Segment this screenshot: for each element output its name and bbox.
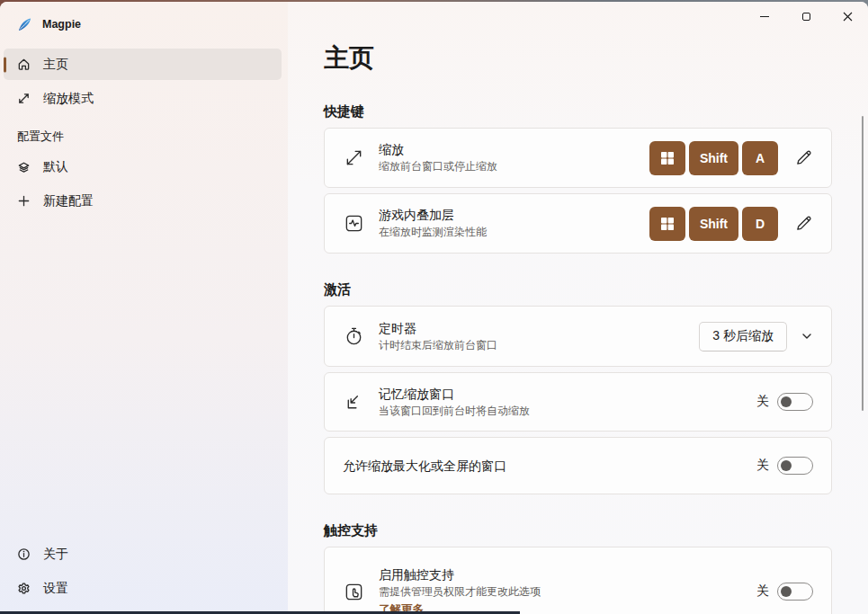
setting-subtitle: 当该窗口回到前台时将自动缩放 <box>379 404 756 419</box>
layers-icon <box>16 160 31 174</box>
sidebar-item-label: 关于 <box>43 547 68 563</box>
timer-card: 定时器 计时结束后缩放前台窗口 3 秒后缩放 <box>324 306 832 367</box>
pencil-icon <box>795 215 812 232</box>
app-window: Magpie 主页 缩放模式 配置文件 默认 <box>0 2 868 614</box>
pulse-icon <box>343 213 364 235</box>
home-icon <box>16 58 31 72</box>
app-logo-row: Magpie <box>0 6 288 42</box>
shortcut-card-scale: 缩放 缩放前台窗口或停止缩放 Shift A <box>324 128 832 188</box>
sidebar-item-about[interactable]: 关于 <box>4 538 282 570</box>
maximize-button[interactable] <box>785 2 827 31</box>
vertical-scrollbar[interactable] <box>862 116 864 411</box>
resize-icon <box>343 147 364 169</box>
setting-subtitle: 需提供管理员权限才能更改此选项 <box>379 584 756 600</box>
letter-key: D <box>742 207 778 241</box>
close-button[interactable] <box>827 2 868 31</box>
setting-title: 缩放 <box>379 141 649 158</box>
sidebar-item-label: 主页 <box>43 57 68 73</box>
touch-icon <box>343 581 364 602</box>
section-header-activation: 激活 <box>324 280 832 298</box>
toggle-state-label: 关 <box>756 583 769 600</box>
profiles-nav: 默认 新建配置 <box>0 151 288 217</box>
toggle-knob <box>781 396 792 407</box>
page-title: 主页 <box>324 41 832 76</box>
sidebar-item-default-profile[interactable]: 默认 <box>4 151 282 182</box>
edit-hotkey-button[interactable] <box>793 148 813 168</box>
setting-subtitle: 计时结束后缩放前台窗口 <box>379 338 699 353</box>
sidebar-item-label: 缩放模式 <box>43 91 94 107</box>
timer-delay-dropdown[interactable]: 3 秒后缩放 <box>699 322 787 351</box>
profiles-section-label: 配置文件 <box>0 129 288 145</box>
allow-fullscreen-card: 允许缩放最大化或全屏的窗口 关 <box>324 437 832 494</box>
toggle-state-label: 关 <box>756 458 769 474</box>
minimize-icon <box>760 16 769 17</box>
shortcut-card-overlay: 游戏内叠加层 在缩放时监测渲染性能 Shift D <box>324 193 832 254</box>
window-controls <box>744 2 868 31</box>
app-title: Magpie <box>42 18 81 31</box>
setting-title: 记忆缩放窗口 <box>379 386 756 403</box>
windows-logo-icon <box>661 218 674 230</box>
setting-title: 允许缩放最大化或全屏的窗口 <box>343 458 756 475</box>
minimize-button[interactable] <box>744 2 785 31</box>
plus-icon <box>16 194 31 209</box>
toggle-state-label: 关 <box>756 394 769 410</box>
remember-window-card: 记忆缩放窗口 当该窗口回到前台时将自动缩放 关 <box>324 372 832 432</box>
maximize-icon <box>802 13 810 21</box>
hotkey-display: Shift D <box>649 207 778 241</box>
sidebar: Magpie 主页 缩放模式 配置文件 默认 <box>0 2 288 614</box>
windows-key <box>649 141 685 175</box>
chevron-down-icon <box>801 331 812 342</box>
window-arrow-icon <box>343 391 364 413</box>
setting-subtitle: 缩放前台窗口或停止缩放 <box>379 159 649 174</box>
edit-hotkey-button[interactable] <box>793 214 813 234</box>
resize-icon <box>16 92 31 106</box>
shift-key: Shift <box>689 207 738 241</box>
section-header-touch: 触控支持 <box>324 521 832 539</box>
remember-window-toggle[interactable] <box>777 393 813 411</box>
hotkey-display: Shift A <box>649 141 778 175</box>
sidebar-item-label: 新建配置 <box>43 193 94 209</box>
main-content: 主页 快捷键 缩放 缩放前台窗口或停止缩放 Shift <box>288 2 868 614</box>
sidebar-item-home[interactable]: 主页 <box>4 49 282 80</box>
toggle-knob <box>781 586 792 597</box>
sidebar-item-new-profile[interactable]: 新建配置 <box>4 185 282 217</box>
windows-key <box>649 207 685 241</box>
sidebar-item-label: 设置 <box>43 581 68 597</box>
setting-title: 启用触控支持 <box>379 566 756 583</box>
expander-toggle[interactable] <box>801 330 813 343</box>
close-icon <box>843 12 853 22</box>
sidebar-item-scaling-modes[interactable]: 缩放模式 <box>4 83 282 114</box>
toggle-knob <box>781 460 792 471</box>
sidebar-item-label: 默认 <box>43 159 68 175</box>
sidebar-item-settings[interactable]: 设置 <box>4 573 282 604</box>
gear-icon <box>16 582 31 596</box>
info-icon <box>16 547 31 562</box>
setting-title: 定时器 <box>379 320 699 337</box>
sidebar-nav: 主页 缩放模式 <box>0 49 288 114</box>
magpie-feather-logo-icon <box>17 17 42 32</box>
touch-support-card: 启用触控支持 需提供管理员权限才能更改此选项 了解更多 关 <box>324 547 832 614</box>
letter-key: A <box>742 141 778 175</box>
section-header-shortcuts: 快捷键 <box>324 102 832 120</box>
allow-fullscreen-toggle[interactable] <box>777 457 813 475</box>
sidebar-footer: 关于 设置 <box>0 536 288 607</box>
shift-key: Shift <box>689 141 738 175</box>
setting-title: 游戏内叠加层 <box>379 207 649 224</box>
windows-logo-icon <box>661 152 674 165</box>
setting-subtitle: 在缩放时监测渲染性能 <box>379 225 649 240</box>
pencil-icon <box>795 149 812 166</box>
stopwatch-icon <box>343 325 364 347</box>
touch-support-toggle[interactable] <box>777 583 813 601</box>
